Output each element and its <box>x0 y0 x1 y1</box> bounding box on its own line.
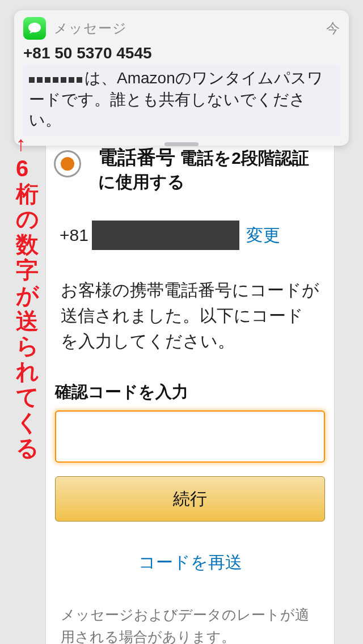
radio-label: 電話番号 電話を2段階認証に使用する <box>98 145 326 193</box>
phone-prefix: +81 <box>60 226 88 245</box>
notification-drag-handle[interactable] <box>164 142 199 146</box>
verification-card: 電話番号 電話を2段階認証に使用する +81 変更 お客様の携帯電話番号にコード… <box>45 122 335 644</box>
phone-method-option[interactable]: 電話番号 電話を2段階認証に使用する <box>46 145 334 193</box>
notification-app-name: メッセージ <box>54 19 326 37</box>
callout-annotation: ↑ 6桁の数字が送られてくる <box>16 130 39 460</box>
code-input-label: 確認コードを入力 <box>55 381 325 404</box>
instruction-text: お客様の携帯電話番号にコードが送信されました。以下にコードを入力してください。 <box>46 277 334 354</box>
continue-button[interactable]: 続行 <box>55 476 325 522</box>
messages-app-icon <box>23 17 46 40</box>
resend-code-link[interactable]: コードを再送 <box>46 534 334 591</box>
sms-notification-banner[interactable]: メッセージ 今 +81 50 5370 4545 は、Amazonのワンタイムパ… <box>14 10 349 146</box>
code-input-section: 確認コードを入力 続行 <box>46 374 334 534</box>
notification-sender: +81 50 5370 4545 <box>23 44 340 62</box>
phone-number-redacted <box>92 221 239 250</box>
notification-time: 今 <box>326 19 340 37</box>
phone-number-row: +81 変更 <box>46 221 334 250</box>
arrow-up-icon: ↑ <box>16 132 26 155</box>
otp-code-redacted <box>29 69 85 89</box>
annotation-text: 6桁の数字が送られてくる <box>16 156 39 461</box>
notification-body: は、Amazonのワンタイムパスワードです。誰とも共有しないでください。 <box>23 65 340 135</box>
verification-code-input[interactable] <box>55 410 325 463</box>
radio-selected-icon <box>54 150 81 177</box>
change-phone-link[interactable]: 変更 <box>246 224 280 247</box>
rate-disclaimer: メッセージおよびデータのレートが適用される場合があります。 <box>46 591 334 644</box>
